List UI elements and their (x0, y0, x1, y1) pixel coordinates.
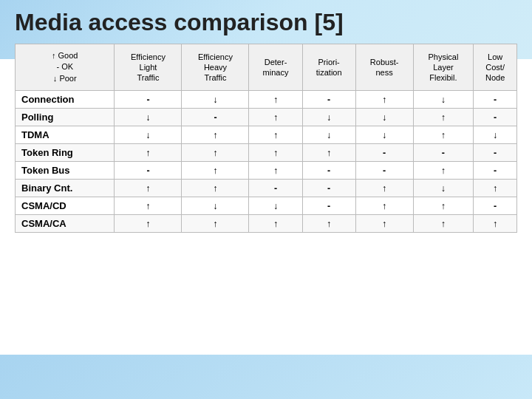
cell-eff_light: ↑ (115, 197, 182, 215)
cell-eff_light: ↓ (115, 109, 182, 126)
cell-phys: ↑ (413, 162, 474, 180)
cell-phys: ↓ (413, 91, 474, 109)
col-header-robust: Robust-ness (355, 44, 413, 91)
cell-robust: ↓ (355, 109, 413, 126)
table-row: Token Bus-↑↑--↑- (16, 162, 517, 180)
cell-eff_heavy: ↑ (182, 215, 249, 233)
cell-robust: ↑ (355, 197, 413, 215)
row-label: CSMA/CD (16, 197, 115, 215)
cell-robust: ↑ (355, 215, 413, 233)
cell-eff_heavy: ↓ (182, 197, 249, 215)
cell-prior: - (302, 180, 355, 197)
row-label: Connection (16, 91, 115, 109)
cell-eff_light: ↑ (115, 215, 182, 233)
cell-cost: ↓ (474, 126, 517, 144)
col-header-prior: Priori-tization (302, 44, 355, 91)
table-row: Polling↓-↑↓↓↑- (16, 109, 517, 126)
col-header-eff-light: EfficiencyLightTraffic (115, 44, 182, 91)
col-header-cost: LowCost/Node (474, 44, 517, 91)
cell-phys: - (413, 144, 474, 162)
comparison-table: ↑ Good - OK ↓ Poor EfficiencyLightTraffi… (15, 44, 517, 233)
legend-header: ↑ Good - OK ↓ Poor (16, 44, 115, 91)
cell-robust: ↓ (355, 126, 413, 144)
cell-eff_heavy: ↓ (182, 91, 249, 109)
table-row: CSMA/CD↑↓↓-↑↑- (16, 197, 517, 215)
cell-determ: ↑ (249, 126, 302, 144)
cell-prior: ↑ (302, 215, 355, 233)
legend-good: ↑ Good (52, 51, 78, 60)
cell-cost: - (474, 144, 517, 162)
cell-eff_heavy: ↑ (182, 144, 249, 162)
col-header-determ: Deter-minacy (249, 44, 302, 91)
cell-prior: - (302, 197, 355, 215)
cell-eff_heavy: ↑ (182, 126, 249, 144)
cell-determ: ↑ (249, 109, 302, 126)
cell-prior: ↑ (302, 144, 355, 162)
row-label: Token Ring (16, 144, 115, 162)
table-row: CSMA/CA↑↑↑↑↑↑↑ (16, 215, 517, 233)
table-row: Connection-↓↑-↑↓- (16, 91, 517, 109)
cell-cost: ↑ (474, 215, 517, 233)
cell-prior: - (302, 162, 355, 180)
cell-cost: - (474, 162, 517, 180)
cell-prior: ↓ (302, 126, 355, 144)
cell-prior: ↓ (302, 109, 355, 126)
table-header-row: ↑ Good - OK ↓ Poor EfficiencyLightTraffi… (16, 44, 517, 91)
row-label: Polling (16, 109, 115, 126)
bg-bottom-decoration (0, 355, 532, 399)
cell-cost: - (474, 109, 517, 126)
cell-determ: - (249, 180, 302, 197)
cell-phys: ↑ (413, 197, 474, 215)
row-label: Token Bus (16, 162, 115, 180)
cell-robust: ↑ (355, 180, 413, 197)
cell-robust: - (355, 144, 413, 162)
cell-cost: - (474, 91, 517, 109)
cell-eff_heavy: ↑ (182, 180, 249, 197)
cell-cost: ↑ (474, 180, 517, 197)
cell-phys: ↓ (413, 180, 474, 197)
page-title: Media access comparison [5] (0, 0, 532, 44)
cell-determ: ↑ (249, 91, 302, 109)
legend-poor: ↓ Poor (53, 74, 77, 83)
cell-determ: ↓ (249, 197, 302, 215)
row-label: Binary Cnt. (16, 180, 115, 197)
cell-eff_heavy: - (182, 109, 249, 126)
col-header-phys: PhysicalLayerFlexibil. (413, 44, 474, 91)
cell-prior: - (302, 91, 355, 109)
cell-determ: ↑ (249, 215, 302, 233)
cell-eff_light: - (115, 162, 182, 180)
row-label: TDMA (16, 126, 115, 144)
cell-eff_light: ↑ (115, 144, 182, 162)
cell-eff_light: ↑ (115, 180, 182, 197)
legend-ok: - OK (56, 62, 73, 71)
cell-cost: - (474, 197, 517, 215)
row-label: CSMA/CA (16, 215, 115, 233)
cell-eff_light: - (115, 91, 182, 109)
table-row: Token Ring↑↑↑↑--- (16, 144, 517, 162)
cell-determ: ↑ (249, 144, 302, 162)
col-header-eff-heavy: EfficiencyHeavyTraffic (182, 44, 249, 91)
legend-cell: ↑ Good - OK ↓ Poor (19, 47, 110, 87)
table-row: TDMA↓↑↑↓↓↑↓ (16, 126, 517, 144)
cell-robust: - (355, 162, 413, 180)
comparison-table-container: ↑ Good - OK ↓ Poor EfficiencyLightTraffi… (15, 44, 517, 233)
table-row: Binary Cnt.↑↑--↑↓↑ (16, 180, 517, 197)
cell-phys: ↑ (413, 126, 474, 144)
cell-phys: ↑ (413, 215, 474, 233)
cell-determ: ↑ (249, 162, 302, 180)
cell-phys: ↑ (413, 109, 474, 126)
cell-eff_heavy: ↑ (182, 162, 249, 180)
cell-eff_light: ↓ (115, 126, 182, 144)
cell-robust: ↑ (355, 91, 413, 109)
